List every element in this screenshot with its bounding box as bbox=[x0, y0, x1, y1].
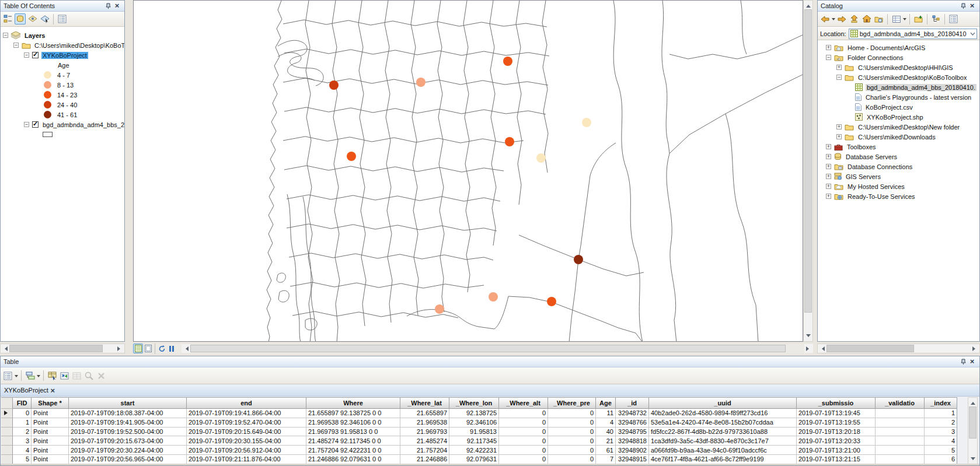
table-row[interactable]: 1Point2019-07-19T09:19:41.905-04:002019-… bbox=[1, 418, 957, 428]
legend-item[interactable]: 41 - 61 bbox=[1, 110, 124, 120]
column-header[interactable]: _Where_pre bbox=[548, 398, 596, 409]
toc-options-icon[interactable] bbox=[57, 13, 68, 24]
expander-icon[interactable] bbox=[826, 144, 831, 149]
column-header[interactable]: Where bbox=[306, 398, 400, 409]
table-cell[interactable]: 5 bbox=[925, 446, 957, 455]
table-cell[interactable]: 2019-07-19T09:20:56.965-04:00 bbox=[69, 455, 187, 464]
table-cell[interactable]: 2019-07-19T13:21:15 bbox=[797, 455, 876, 464]
map-point[interactable] bbox=[536, 153, 546, 163]
refresh-view-button[interactable] bbox=[157, 344, 167, 353]
table-cell[interactable]: 21.969793 bbox=[400, 428, 449, 437]
table-cell[interactable]: 2019-07-19T09:20:15.673-04:00 bbox=[69, 436, 187, 446]
table-cell[interactable]: 32948795 bbox=[616, 428, 649, 437]
table-cell[interactable]: 0 bbox=[13, 409, 32, 418]
catalog-tree-item[interactable]: Charlie's Playgrounds - latest version bbox=[818, 92, 979, 102]
scroll-left-icon[interactable] bbox=[182, 344, 190, 353]
column-header[interactable]: _index bbox=[925, 398, 957, 409]
toc-hscrollbar[interactable] bbox=[0, 344, 125, 353]
catalog-options-icon[interactable] bbox=[948, 13, 959, 24]
table-cell[interactable]: 1 bbox=[13, 418, 32, 428]
column-header[interactable]: _validatio bbox=[876, 398, 925, 409]
table-cell[interactable]: 2019-07-19T09:21:11.876-04:00 bbox=[187, 455, 306, 464]
expander-icon[interactable] bbox=[826, 164, 831, 169]
scroll-right-icon[interactable] bbox=[971, 344, 979, 353]
table-cell[interactable]: 1 bbox=[925, 409, 957, 418]
table-cell[interactable]: 21 bbox=[596, 436, 616, 446]
scroll-left-icon[interactable] bbox=[1, 344, 9, 353]
list-by-visibility-icon[interactable] bbox=[27, 13, 38, 24]
legend-item[interactable]: 14 - 23 bbox=[1, 90, 124, 100]
table-cell[interactable] bbox=[876, 428, 925, 437]
table-cell[interactable]: 11 bbox=[596, 409, 616, 418]
table-cell[interactable]: 0 bbox=[499, 428, 548, 437]
map-vscrollbar[interactable] bbox=[803, 0, 813, 342]
toggle-contents-tree-icon[interactable] bbox=[930, 13, 941, 24]
column-header[interactable]: FID bbox=[13, 398, 32, 409]
table-cell[interactable]: 2019-07-19T13:21:00 bbox=[797, 446, 876, 455]
catalog-tree-item[interactable]: Folder Connections bbox=[818, 52, 979, 62]
close-table-icon[interactable] bbox=[48, 386, 57, 395]
table-cell[interactable]: 2019-07-19T09:20:56.912-04:00 bbox=[187, 446, 306, 455]
catalog-tree-item[interactable]: Ready-To-Use Services bbox=[818, 191, 979, 201]
catalog-tree-item[interactable]: C:\Users\miked\Desktop\KoBoToolbox bbox=[818, 72, 979, 82]
table-cell[interactable]: 0 bbox=[548, 446, 596, 455]
switch-selection-icon[interactable] bbox=[59, 370, 70, 381]
map-point[interactable] bbox=[347, 152, 356, 161]
default-geodatabase-icon[interactable] bbox=[873, 13, 884, 24]
scrollbar-thumb[interactable] bbox=[826, 345, 914, 352]
expander-icon[interactable] bbox=[3, 33, 8, 38]
table-cell[interactable]: 4 bbox=[13, 446, 32, 455]
table-cell[interactable]: 0 bbox=[548, 418, 596, 428]
table-cell[interactable]: 4 bbox=[925, 436, 957, 446]
catalog-tree-item[interactable]: KoBoProject.csv bbox=[818, 102, 979, 112]
table-vscrollbar[interactable] bbox=[968, 397, 978, 465]
table-cell[interactable]: Point bbox=[32, 428, 69, 437]
table-cell[interactable]: 0 bbox=[499, 436, 548, 446]
scrollbar-thumb[interactable] bbox=[804, 9, 812, 313]
list-by-selection-icon[interactable] bbox=[39, 13, 50, 24]
table-cell[interactable]: 92.117345 bbox=[449, 436, 499, 446]
table-cell[interactable]: 21.969538 92.346106 0 0 bbox=[306, 418, 400, 428]
home-icon[interactable] bbox=[861, 13, 872, 24]
legend-item[interactable]: 4 - 7 bbox=[1, 70, 124, 80]
column-header[interactable]: end bbox=[187, 398, 306, 409]
table-cell[interactable]: 0 bbox=[548, 428, 596, 437]
row-selector[interactable] bbox=[1, 436, 13, 446]
column-header[interactable]: _id bbox=[616, 398, 649, 409]
table-cell[interactable]: 3 bbox=[925, 428, 957, 437]
map-view[interactable] bbox=[133, 0, 803, 342]
forward-icon[interactable] bbox=[836, 13, 848, 24]
legend-item[interactable]: 8 - 13 bbox=[1, 80, 124, 90]
table-cell[interactable]: 2019-07-19T13:19:45 bbox=[797, 409, 876, 418]
table-cell[interactable]: Point bbox=[32, 455, 69, 464]
up-one-level-icon[interactable] bbox=[849, 13, 860, 24]
expander-icon[interactable] bbox=[24, 122, 29, 127]
map-point[interactable] bbox=[416, 78, 426, 87]
list-by-source-icon[interactable] bbox=[15, 13, 26, 24]
catalog-tree-item[interactable]: C:\Users\miked\Desktop\New folder bbox=[818, 122, 979, 132]
column-header[interactable]: _Where_alt bbox=[499, 398, 548, 409]
contents-view-dropdown-icon[interactable] bbox=[903, 18, 906, 22]
list-by-drawing-order-icon[interactable] bbox=[2, 13, 13, 24]
catalog-hscrollbar[interactable] bbox=[817, 344, 980, 353]
map-point[interactable] bbox=[505, 137, 514, 146]
table-cell[interactable] bbox=[876, 418, 925, 428]
catalog-tree-item[interactable]: Toolboxes bbox=[818, 142, 979, 152]
map-point[interactable] bbox=[547, 297, 556, 306]
chevron-down-icon[interactable] bbox=[970, 32, 975, 36]
data-view-button[interactable] bbox=[133, 344, 143, 353]
table-cell[interactable]: 2 bbox=[13, 428, 32, 437]
table-cell[interactable]: 2019-07-19T09:20:15.649-04:00 bbox=[187, 428, 306, 437]
table-cell[interactable]: 32948766 bbox=[616, 418, 649, 428]
toc-polygon-layer-label[interactable]: bgd_admbnda_adm4_bbs_20 bbox=[41, 121, 124, 128]
column-header[interactable]: _Where_lon bbox=[449, 398, 499, 409]
table-cell[interactable]: 2019-07-19T13:19:55 bbox=[797, 418, 876, 428]
table-cell[interactable]: 0 bbox=[548, 436, 596, 446]
catalog-tree-item[interactable]: GIS Servers bbox=[818, 171, 979, 181]
table-row[interactable]: 2Point2019-07-19T09:19:52.500-04:002019-… bbox=[1, 428, 957, 437]
close-icon[interactable] bbox=[968, 358, 976, 366]
layer-visibility-checkbox[interactable] bbox=[32, 52, 39, 58]
map-point[interactable] bbox=[582, 118, 591, 127]
table-cell[interactable]: 3 bbox=[13, 436, 32, 446]
table-cell[interactable]: 21.246886 92.079631 0 0 bbox=[306, 455, 400, 464]
